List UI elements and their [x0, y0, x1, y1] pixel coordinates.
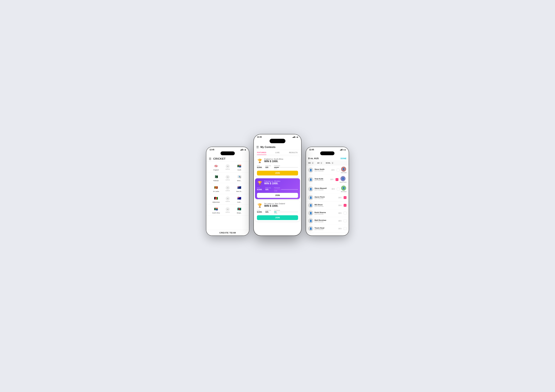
player-sub: AUS Points:804 — [314, 180, 328, 181]
player-name: Aaron Finch — [314, 196, 336, 198]
prize-label: Prize — [257, 187, 262, 189]
player-checkbox[interactable] — [344, 227, 346, 230]
player-sub: AUS Points:804 — [314, 221, 336, 222]
center-battery: ▮ — [297, 136, 298, 138]
team2-logo: 🇳🇿 — [237, 185, 242, 190]
selection-header: D vs. AUS DONE — [306, 156, 349, 161]
team2-name: Austr... — [237, 201, 241, 203]
player-avatar: 👤 — [308, 168, 313, 173]
trophy-svg: 🏆 — [257, 159, 262, 163]
player-info: Rohit Sharma AUS Points:804 — [314, 212, 336, 215]
player-info: Aaron Finch AUS Points:804 — [314, 196, 336, 199]
done-button[interactable]: DONE — [340, 157, 346, 160]
player-row[interactable]: 👤 Matt Renshaw AUS Points:804 10.5 — [306, 217, 349, 225]
participate-col: Participate 10/50 — [274, 210, 298, 214]
team2-logo: 🇦🇺 — [237, 196, 242, 201]
player-row[interactable]: 👤 Rohit Sharma AUS Points:804 10.5 — [306, 209, 349, 217]
team2-name: South — [237, 169, 241, 171]
player-checkbox[interactable] — [337, 169, 340, 171]
join-button[interactable]: JOIN — [257, 193, 298, 198]
tab-fixtures[interactable]: FIXTURES — [254, 150, 270, 155]
contest-list[interactable]: 🏆 England vs. South Africa WIN $ 1000. P… — [254, 155, 301, 235]
contest-info: Pakistan vs. Windies WIN $ 1000. — [264, 180, 298, 185]
player-avatar: 👤 — [308, 218, 313, 223]
team1-name: Pakistan — [213, 180, 219, 181]
player-checkbox[interactable] — [337, 188, 340, 191]
player-points: 10.5 — [331, 188, 335, 190]
contest-match: Sri Lanka vs. New Zealand — [264, 203, 298, 205]
trophy-svg: 🏆 — [257, 203, 262, 208]
contest-match: England vs. South Africa — [264, 158, 298, 160]
right-avatar: 👤 — [341, 185, 346, 191]
vs-circle: VS — [226, 207, 230, 211]
team1-logo: 🇵🇰 — [213, 174, 219, 179]
player-row[interactable]: 👤 Travis Head AUS Points:804 10.5 — [306, 225, 349, 233]
contest-card[interactable]: 🏆 Pakistan vs. Windies WIN $ 1000. Prize… — [255, 178, 300, 199]
match-row[interactable]: 🏴󠁧󠁢󠁥󠁮󠁧󠁿 England VS 30/05/19 🇿🇦 South — [206, 162, 249, 172]
player-checkbox[interactable] — [344, 196, 346, 199]
player-row[interactable]: 👤 Virat Kohli AUS Points:804 10.5 👤 Aaro… — [306, 175, 349, 184]
team2-name: Wind... — [237, 180, 241, 181]
contest-details: Prize $1000. Entry Fee $35. Participate … — [257, 210, 298, 214]
left-notch — [220, 151, 235, 155]
match-row[interactable]: 🇿🇦 South Africa VS 02/06/19 🇧🇩 Bangl... — [206, 205, 249, 215]
player-list[interactable]: 👤 Steve Smith AUS Points:804 10.5 👤 Vira… — [306, 165, 349, 235]
role-item[interactable]: WK 0 — [308, 162, 314, 164]
team2-name: Bangl... — [237, 212, 242, 214]
player-checkbox[interactable] — [344, 212, 346, 214]
right-player-name: MS Dhoni — [341, 191, 346, 192]
entry-label: Entry Fee — [265, 165, 271, 166]
entry-value: $35. — [265, 189, 271, 191]
tab-results[interactable]: RESULTS — [285, 150, 301, 155]
entry-value: $35 — [265, 166, 271, 168]
center-time: 12:45 — [257, 136, 262, 138]
contest-details: Prize $1000. Entry Fee $35 Participate 1… — [257, 165, 298, 170]
entry-label: Entry Fee — [265, 187, 271, 189]
player-points: 10.5 — [338, 212, 341, 214]
right-status-bar: 12:45 ⌾ ▮ — [306, 147, 349, 151]
right-avatar-col: 👤 Aaron Finch — [340, 176, 346, 183]
contest-card[interactable]: 🏆 Sri Lanka vs. New Zealand WIN $ 1000. … — [255, 201, 300, 221]
right-time: 12:45 — [309, 149, 314, 151]
left-time: 12:45 — [210, 149, 214, 151]
team1-name: South Africa — [212, 212, 220, 214]
match-row[interactable]: 🇦🇫 Afghanistan VS 01/06/19 🇦🇺 Austr... — [206, 194, 249, 205]
entry-value: $35. — [265, 211, 271, 213]
contest-prize: WIN $ 1000. — [264, 205, 298, 207]
player-row[interactable]: 👤 Steve Smith AUS Points:804 10.5 👤 Vira… — [306, 165, 349, 175]
roles-bar: WK 0 AR 0 BOWL 0 — [306, 161, 349, 165]
match-row[interactable]: 🇱🇰 Sri Lanka VS 01/06/19 🇳🇿 New Ze... — [206, 183, 249, 194]
player-avatar: 👤 — [308, 195, 313, 200]
cricket-menu-icon[interactable]: ☰ — [209, 157, 211, 161]
create-team-bar[interactable]: CREATE TEAM — [206, 230, 249, 235]
team1-block: 🇵🇰 Pakistan — [209, 174, 223, 181]
player-checkbox[interactable] — [344, 219, 346, 222]
player-sub: AUS Points:804 — [314, 229, 336, 230]
contest-card[interactable]: 🏆 England vs. South Africa WIN $ 1000. P… — [255, 156, 300, 177]
contests-menu-icon[interactable]: ☰ — [256, 145, 259, 149]
left-signal — [240, 149, 243, 150]
player-checkbox[interactable] — [344, 204, 346, 207]
player-row[interactable]: 👤 MS Dhoni AUS Points:804 10.5 — [306, 201, 349, 209]
contest-top: 🏆 England vs. South Africa WIN $ 1000. — [257, 158, 298, 164]
prize-col: Prize $1000. — [257, 210, 262, 214]
contests-title: My Contests — [260, 146, 275, 149]
join-button[interactable]: JOIN — [257, 215, 298, 220]
player-checkbox[interactable] — [336, 178, 338, 181]
role-item[interactable]: AR 0 — [317, 162, 323, 164]
team2-block: 🇼🇮 Wind... — [232, 174, 247, 181]
progress-fill — [274, 189, 281, 190]
team1-logo: 🇱🇰 — [213, 185, 219, 190]
player-row[interactable]: 👤 Glenn Maxwell AUS Points:804 10.5 👤 MS… — [306, 184, 349, 194]
role-item[interactable]: BOWL 0 — [326, 162, 334, 164]
match-row[interactable]: 🇵🇰 Pakistan VS 31/05/19 🇼🇮 Wind... — [206, 172, 249, 183]
progress-fill — [274, 167, 279, 168]
tab-live[interactable]: LIVE — [270, 150, 285, 155]
join-button[interactable]: JOIN — [257, 171, 298, 175]
role-name: BOWL — [326, 162, 331, 164]
match-list[interactable]: 🏴󠁧󠁢󠁥󠁮󠁧󠁿 England VS 30/05/19 🇿🇦 South 🇵🇰 … — [206, 162, 249, 233]
role-count: 0 — [320, 162, 323, 164]
player-row[interactable]: 👤 Aaron Finch AUS Points:804 10.5 — [306, 194, 349, 201]
contest-prize: WIN $ 1000. — [264, 160, 298, 163]
progress-text: 10/50 — [274, 213, 298, 214]
